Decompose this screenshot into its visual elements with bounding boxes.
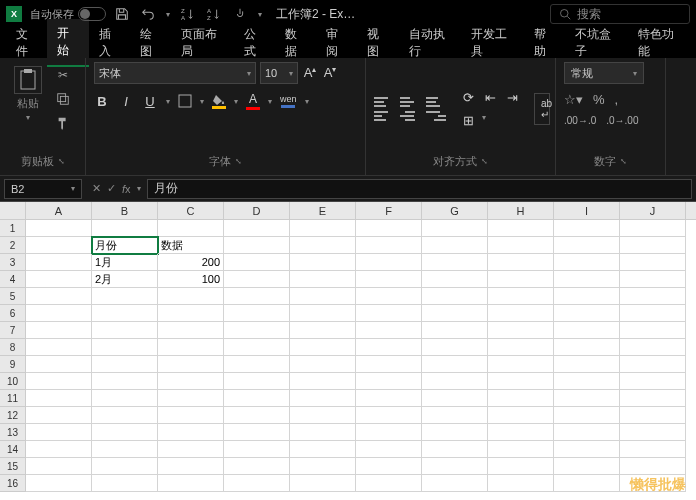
cell-J1[interactable]	[620, 220, 686, 237]
cell-F13[interactable]	[356, 424, 422, 441]
cell-A5[interactable]	[26, 288, 92, 305]
cell-G15[interactable]	[422, 458, 488, 475]
cell-I4[interactable]	[554, 271, 620, 288]
row-header-5[interactable]: 5	[0, 288, 26, 305]
cell-C4[interactable]: 100	[158, 271, 224, 288]
cell-C2[interactable]: 数据	[158, 237, 224, 254]
enter-formula-icon[interactable]: ✓	[107, 182, 116, 195]
cell-C11[interactable]	[158, 390, 224, 407]
accounting-format-icon[interactable]: ☆▾	[564, 92, 583, 107]
increase-decimal-icon[interactable]: .00→.0	[564, 115, 596, 126]
cell-J14[interactable]	[620, 441, 686, 458]
font-launcher-icon[interactable]: ⤡	[235, 157, 242, 166]
row-header-6[interactable]: 6	[0, 305, 26, 322]
increase-indent-icon[interactable]: ⇥	[504, 90, 520, 105]
cell-I15[interactable]	[554, 458, 620, 475]
wrap-text-icon[interactable]: ab↵	[534, 93, 550, 125]
cell-E2[interactable]	[290, 237, 356, 254]
cell-J5[interactable]	[620, 288, 686, 305]
decrease-indent-icon[interactable]: ⇤	[482, 90, 498, 105]
row-header-13[interactable]: 13	[0, 424, 26, 441]
phonetic-button[interactable]: wen	[280, 94, 297, 108]
cell-G1[interactable]	[422, 220, 488, 237]
cell-D7[interactable]	[224, 322, 290, 339]
clipboard-launcher-icon[interactable]: ⤡	[58, 157, 65, 166]
cell-J11[interactable]	[620, 390, 686, 407]
cell-B13[interactable]	[92, 424, 158, 441]
cell-B9[interactable]	[92, 356, 158, 373]
fx-icon[interactable]: fx	[122, 183, 131, 195]
cell-F2[interactable]	[356, 237, 422, 254]
cell-H16[interactable]	[488, 475, 554, 492]
cell-D1[interactable]	[224, 220, 290, 237]
cell-J10[interactable]	[620, 373, 686, 390]
cell-G4[interactable]	[422, 271, 488, 288]
cell-H8[interactable]	[488, 339, 554, 356]
cell-J12[interactable]	[620, 407, 686, 424]
cell-A1[interactable]	[26, 220, 92, 237]
comma-format-icon[interactable]: ,	[615, 92, 619, 107]
cell-A13[interactable]	[26, 424, 92, 441]
cell-E15[interactable]	[290, 458, 356, 475]
cell-I1[interactable]	[554, 220, 620, 237]
cell-B6[interactable]	[92, 305, 158, 322]
cell-C12[interactable]	[158, 407, 224, 424]
cell-B7[interactable]	[92, 322, 158, 339]
cell-C6[interactable]	[158, 305, 224, 322]
cell-E4[interactable]	[290, 271, 356, 288]
cell-G12[interactable]	[422, 407, 488, 424]
cell-D8[interactable]	[224, 339, 290, 356]
cell-J6[interactable]	[620, 305, 686, 322]
cell-A14[interactable]	[26, 441, 92, 458]
cell-D13[interactable]	[224, 424, 290, 441]
cell-F7[interactable]	[356, 322, 422, 339]
row-header-2[interactable]: 2	[0, 237, 26, 254]
row-header-15[interactable]: 15	[0, 458, 26, 475]
cell-E13[interactable]	[290, 424, 356, 441]
align-launcher-icon[interactable]: ⤡	[481, 157, 488, 166]
formula-input[interactable]: 月份	[147, 179, 692, 199]
cell-F1[interactable]	[356, 220, 422, 237]
cell-C9[interactable]	[158, 356, 224, 373]
cell-G8[interactable]	[422, 339, 488, 356]
cell-A7[interactable]	[26, 322, 92, 339]
cell-A8[interactable]	[26, 339, 92, 356]
cell-G5[interactable]	[422, 288, 488, 305]
cell-F8[interactable]	[356, 339, 422, 356]
orientation-icon[interactable]: ⟳	[460, 90, 476, 105]
cell-I16[interactable]	[554, 475, 620, 492]
cell-H6[interactable]	[488, 305, 554, 322]
cell-A2[interactable]	[26, 237, 92, 254]
font-size-combo[interactable]: 10▾	[260, 62, 298, 84]
align-left-icon[interactable]	[374, 111, 394, 121]
cell-I8[interactable]	[554, 339, 620, 356]
cell-C3[interactable]: 200	[158, 254, 224, 271]
cell-A10[interactable]	[26, 373, 92, 390]
cell-D16[interactable]	[224, 475, 290, 492]
number-launcher-icon[interactable]: ⤡	[620, 157, 627, 166]
cell-A12[interactable]	[26, 407, 92, 424]
cell-D4[interactable]	[224, 271, 290, 288]
cell-A15[interactable]	[26, 458, 92, 475]
font-color-button[interactable]: A	[246, 92, 260, 110]
bold-button[interactable]: B	[94, 94, 110, 109]
cell-H2[interactable]	[488, 237, 554, 254]
cell-B5[interactable]	[92, 288, 158, 305]
col-header-G[interactable]: G	[422, 202, 488, 219]
cell-I14[interactable]	[554, 441, 620, 458]
cell-H14[interactable]	[488, 441, 554, 458]
cell-I2[interactable]	[554, 237, 620, 254]
copy-icon[interactable]	[54, 90, 72, 108]
format-painter-icon[interactable]	[54, 114, 72, 132]
cell-D6[interactable]	[224, 305, 290, 322]
row-header-16[interactable]: 16	[0, 475, 26, 492]
cell-E1[interactable]	[290, 220, 356, 237]
cancel-formula-icon[interactable]: ✕	[92, 182, 101, 195]
cell-F5[interactable]	[356, 288, 422, 305]
cell-H12[interactable]	[488, 407, 554, 424]
cell-I9[interactable]	[554, 356, 620, 373]
cell-E6[interactable]	[290, 305, 356, 322]
cell-H3[interactable]	[488, 254, 554, 271]
align-middle-icon[interactable]	[400, 97, 420, 107]
col-header-J[interactable]: J	[620, 202, 686, 219]
